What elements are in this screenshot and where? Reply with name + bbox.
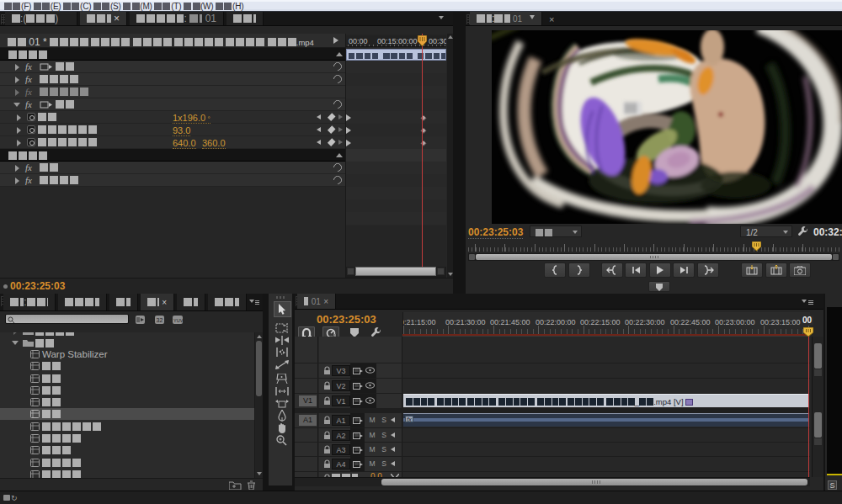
svg-text:32: 32 (157, 317, 163, 323)
svg-text:YUV: YUV (173, 318, 184, 323)
